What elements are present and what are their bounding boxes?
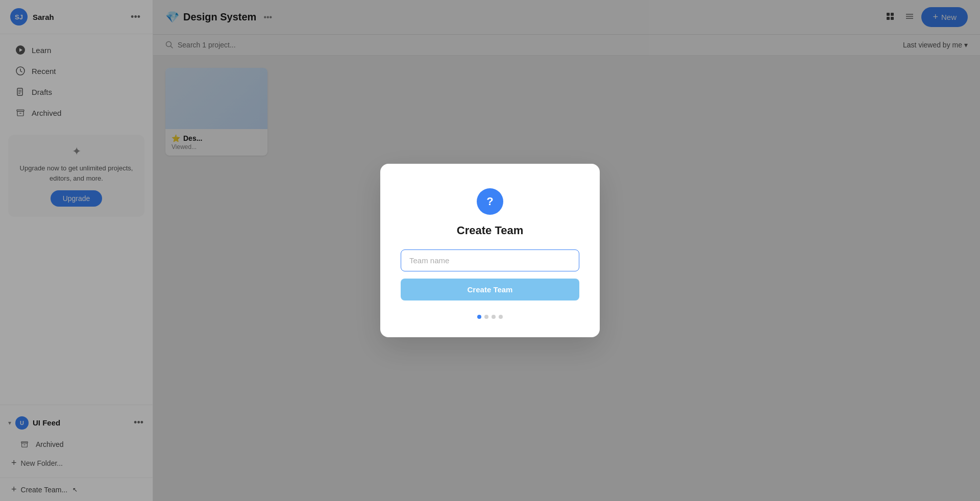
dot-1 [477,315,481,319]
modal-question-icon: ? [486,196,493,207]
team-name-input[interactable] [401,249,579,271]
modal-overlay[interactable]: ? Create Team Create Team [0,0,980,501]
dot-2 [484,315,488,319]
modal-pagination-dots [477,315,503,319]
dot-3 [492,315,496,319]
dot-4 [499,315,503,319]
modal-submit-button[interactable]: Create Team [401,279,579,300]
create-team-modal: ? Create Team Create Team [380,164,600,337]
modal-icon: ? [477,188,503,215]
modal-title: Create Team [457,224,523,237]
